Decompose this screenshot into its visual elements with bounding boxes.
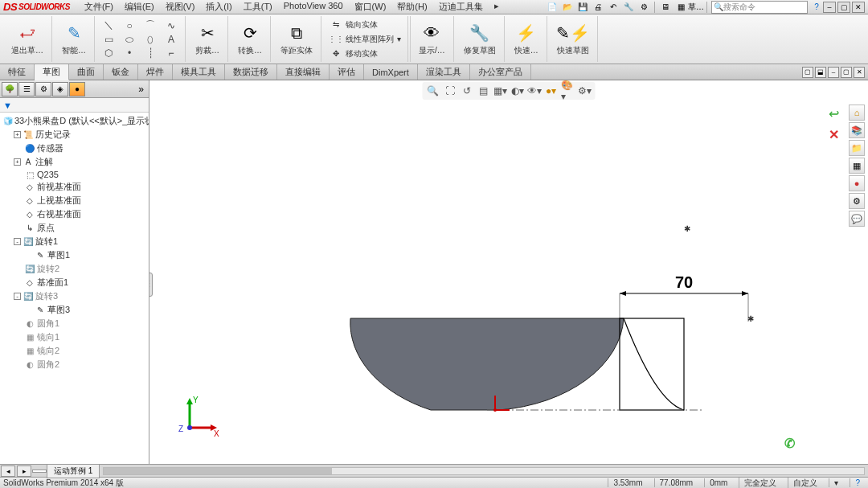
centerline-icon[interactable]: ┊ — [143, 47, 158, 59]
fm-tab-display-icon[interactable]: ◈ — [52, 82, 68, 96]
tree-root[interactable]: 🧊 33小熊果盘D (默认<<默认>_显示状态 — [2, 114, 147, 128]
status-custom[interactable]: 自定义 — [788, 478, 822, 489]
tree-item[interactable]: ⬚Q235 — [2, 169, 147, 180]
tab-render[interactable]: 渲染工具 — [418, 64, 470, 80]
repair-sketch-button[interactable]: 🔧 修复草图 — [461, 20, 499, 58]
tree-item[interactable]: +A注解 — [2, 155, 147, 169]
rect-icon[interactable]: ▭ — [101, 34, 116, 45]
tree-item[interactable]: ◇前视基准面 — [2, 180, 147, 194]
menu-window[interactable]: 窗口(W) — [350, 0, 391, 14]
display-button[interactable]: 👁 显示/… — [416, 20, 448, 58]
tree-item[interactable]: +📜历史记录 — [2, 128, 147, 141]
help-icon[interactable]: ? — [810, 1, 823, 14]
tab-evaluate[interactable]: 评估 — [330, 64, 364, 80]
tree-item[interactable]: ✎草图1 — [2, 248, 147, 262]
vp-maximize-icon[interactable]: ▢ — [841, 67, 852, 78]
tree-item[interactable]: -🔄旋转1 — [2, 235, 147, 248]
tab-mold[interactable]: 模具工具 — [173, 64, 225, 80]
tree-item[interactable]: ◐圆角1 — [2, 317, 147, 330]
tab-features[interactable]: 特征 — [0, 64, 35, 80]
quick-button[interactable]: ⚡ 快速… — [511, 20, 542, 58]
smart-dimension-button[interactable]: ✎ 智能… — [59, 20, 89, 58]
sketch-arc[interactable] — [624, 318, 684, 410]
print-icon[interactable]: 🖨 — [592, 1, 604, 14]
save-icon[interactable]: 💾 — [576, 1, 589, 14]
fm-tab-property-icon[interactable]: ☰ — [18, 82, 35, 96]
tree-toggle-icon[interactable]: - — [14, 293, 21, 300]
text-tool-icon[interactable]: A — [164, 34, 178, 45]
tree-item[interactable]: 🔄旋转2 — [2, 262, 147, 276]
tile-icon[interactable]: ▦ — [674, 1, 687, 14]
tab-weldments[interactable]: 焊件 — [138, 64, 173, 80]
tree-toggle-icon[interactable]: + — [14, 158, 21, 166]
tab-sketch[interactable]: 草图 — [35, 64, 69, 80]
tree-toggle-icon[interactable]: - — [14, 238, 21, 245]
text-icon[interactable]: 草… — [690, 1, 702, 14]
tree-toggle-icon[interactable]: + — [14, 131, 21, 138]
tree-item[interactable]: 🔵传感器 — [2, 141, 147, 155]
fillet-icon[interactable]: ⌐ — [164, 47, 178, 59]
tab-datamigration[interactable]: 数据迁移 — [225, 64, 277, 80]
exit-sketch-button[interactable]: ⮐ 退出草… — [8, 20, 47, 58]
vp-split-h-icon[interactable]: ⬓ — [815, 67, 826, 78]
arc-icon[interactable]: ⌒ — [143, 20, 158, 31]
mirror-button[interactable]: ⇋镜向实体 — [328, 18, 403, 31]
dimension-70[interactable]: 70 — [620, 273, 748, 322]
fm-tab-tree-icon[interactable]: 🌳 — [2, 82, 18, 96]
rebuild-icon[interactable]: 🔧 — [622, 1, 635, 14]
menu-overflow-icon[interactable]: ▸ — [489, 0, 504, 14]
vp-single-icon[interactable]: ▢ — [802, 67, 813, 78]
offset-button[interactable]: ⧉ 等距实体 — [277, 20, 316, 58]
ellipse-icon[interactable]: ⬯ — [143, 34, 158, 45]
move-button[interactable]: ✥移动实体 — [328, 47, 403, 60]
trim-button[interactable]: ✂ 剪裁… — [192, 20, 223, 58]
spline-icon[interactable]: ∿ — [164, 20, 178, 31]
menu-insert[interactable]: 插入(I) — [201, 0, 236, 14]
tab-scroll-left-icon[interactable]: ◂ — [1, 465, 15, 477]
tree-item[interactable]: ▦镜向2 — [2, 344, 147, 358]
polygon-icon[interactable]: ⬡ — [101, 47, 116, 59]
close-icon[interactable]: ✕ — [852, 2, 865, 13]
tree-item[interactable]: ↳原点 — [2, 221, 147, 235]
h-scrollbar[interactable] — [103, 467, 865, 475]
undo-icon[interactable]: ↶ — [607, 1, 620, 14]
collapse-panel-icon[interactable]: » — [135, 84, 147, 95]
circle-icon[interactable]: ○ — [122, 20, 137, 31]
menu-edit[interactable]: 编辑(E) — [120, 0, 159, 14]
motion-study-tab[interactable]: 运动算例 1 — [47, 464, 100, 478]
screen-icon[interactable]: 🖥 — [659, 1, 672, 14]
point-icon[interactable]: • — [122, 47, 137, 59]
tab-sheetmetal[interactable]: 钣金 — [104, 64, 138, 80]
menu-view[interactable]: 视图(V) — [161, 0, 200, 14]
maximize-icon[interactable]: ▢ — [837, 2, 850, 13]
menu-tools[interactable]: 工具(T) — [239, 0, 277, 14]
status-flag-icon[interactable]: ▾ — [829, 478, 843, 487]
status-help-icon[interactable]: ? — [850, 478, 865, 487]
tree-item[interactable]: ◇右视基准面 — [2, 207, 147, 221]
minimize-icon[interactable]: – — [823, 2, 836, 13]
model-tab[interactable] — [32, 470, 47, 473]
menu-file[interactable]: 文件(F) — [80, 0, 118, 14]
view-triad[interactable]: Y X Z — [174, 392, 222, 441]
line-icon[interactable]: ＼ — [101, 20, 116, 31]
tree-item[interactable]: ◇基准面1 — [2, 276, 147, 289]
open-icon[interactable]: 📂 — [561, 1, 574, 14]
new-icon[interactable]: 📄 — [546, 1, 559, 14]
tree-item[interactable]: -🔄旋转3 — [2, 289, 147, 303]
menu-help[interactable]: 帮助(H) — [392, 0, 432, 14]
tree-item[interactable]: ▦镜向1 — [2, 330, 147, 344]
options-icon[interactable]: ⚙ — [637, 1, 650, 14]
slot-icon[interactable]: ⬭ — [122, 34, 137, 45]
command-search[interactable]: 🔍 搜索命令 — [711, 1, 808, 14]
graphics-viewport[interactable]: ⋮ 🔍 ⛶ ↺ ▤ ▦▾ ◐▾ 👁▾ ●▾ 🎨▾ ⚙▾ ↩ ✕ ⌂ 📚 📁 ▦ … — [149, 80, 868, 464]
tree-filter[interactable]: ▼ — [0, 98, 149, 113]
tab-surfaces[interactable]: 曲面 — [69, 64, 104, 80]
tree-item[interactable]: ◇上视基准面 — [2, 194, 147, 207]
fm-tab-render-icon[interactable]: ● — [69, 82, 85, 96]
tab-dimxpert[interactable]: DimXpert — [364, 64, 418, 80]
vp-close-icon[interactable]: ✕ — [854, 67, 865, 78]
pattern-button[interactable]: ⋮⋮线性草图阵列 ▾ — [328, 33, 403, 46]
tab-directedit[interactable]: 直接编辑 — [277, 64, 330, 80]
rapid-sketch-button[interactable]: ✎⚡ 快速草图 — [554, 20, 592, 58]
convert-button[interactable]: ⟳ 转换… — [235, 20, 265, 58]
